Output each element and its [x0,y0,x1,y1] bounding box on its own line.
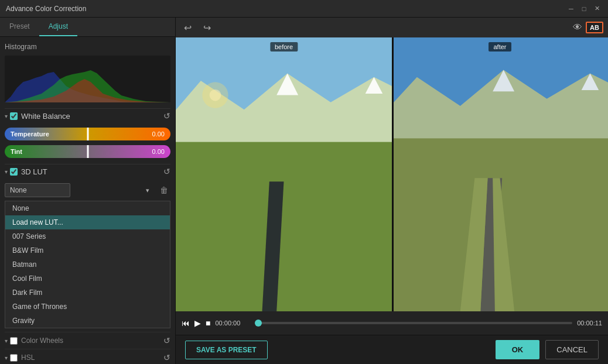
undo-button[interactable]: ↩ [180,21,195,35]
prev-frame-button[interactable]: ⏮ [182,318,190,328]
after-label: after [489,42,511,51]
lut-dropdown-row: None Load new LUT... 007 Series B&W Film… [5,183,170,197]
preview-toolbar: ↩ ↪ 👁 AB [176,18,608,37]
temperature-value: 0.00 [152,131,165,138]
progress-dot[interactable] [255,320,262,327]
wb-reset-button[interactable]: ↺ [163,111,170,121]
lut-delete-button[interactable]: 🗑 [158,184,170,196]
lut-option-gravity[interactable]: Gravity [5,314,170,328]
lut-select[interactable]: None Load new LUT... 007 Series B&W Film… [5,183,70,197]
temperature-thumb[interactable] [87,128,88,140]
histogram-svg [5,56,170,102]
video-right [392,37,608,311]
redo-icon: ↪ [203,23,211,33]
lut-option-got[interactable]: Game of Thrones [5,300,170,314]
lut-option-cool[interactable]: Cool Film [5,272,170,286]
toolbar-left: ↩ ↪ [180,21,214,35]
tab-preset[interactable]: Preset [0,18,39,36]
ab-button[interactable]: AB [586,22,603,33]
title-bar-left: Advance Color Correction [6,5,86,13]
histogram-title: Histogram [5,42,170,52]
minimize-button[interactable]: ─ [566,4,576,14]
lut-header: ▾ 3D LUT ↺ [5,164,170,178]
temperature-label: Temperature [11,131,49,138]
preview-area: before after [176,37,608,311]
maximize-icon: □ [582,5,586,12]
adj-row-2: ▾ HSL ↺ [5,349,170,364]
title-bar: Advance Color Correction ─ □ ✕ [0,0,608,18]
title-controls: ─ □ ✕ [566,4,602,14]
adj2-checkbox[interactable] [10,354,18,362]
action-buttons: OK CANCEL [496,340,599,359]
toolbar-right: 👁 AB [573,22,603,33]
tint-slider-track[interactable]: Tint 0.00 [5,145,170,158]
app-title: Advance Color Correction [6,5,86,13]
current-time: 00:00:00 [215,320,250,327]
lut-reset-icon: ↺ [163,167,170,176]
adj1-reset[interactable]: ↺ [163,336,170,345]
adj1-checkbox[interactable] [10,337,18,345]
wb-reset-icon: ↺ [163,111,170,121]
tab-adjust[interactable]: Adjust [39,18,77,36]
lut-option-007[interactable]: 007 Series [5,229,170,243]
lut-option-batman[interactable]: Batman [5,257,170,272]
svg-rect-4 [176,142,392,311]
adj1-label: Color Wheels [21,336,163,345]
tabs: Preset Adjust [0,18,175,37]
before-scene [176,37,392,311]
eye-icon: 👁 [573,22,582,32]
temperature-slider-track[interactable]: Temperature 0.00 [5,128,170,140]
video-frame: before after [176,37,608,311]
lut-reset-button[interactable]: ↺ [163,167,170,176]
adj2-reset[interactable]: ↺ [163,353,170,362]
white-balance-header: ▾ White Balance ↺ [5,108,170,123]
minimize-icon: ─ [569,5,573,12]
eye-button[interactable]: 👁 [573,22,582,33]
adj1-arrow[interactable]: ▾ [5,338,8,344]
cancel-button[interactable]: CANCEL [545,340,599,359]
right-panel: ↩ ↪ 👁 AB [176,18,608,364]
ab-icon: AB [590,24,599,31]
close-icon: ✕ [595,5,600,12]
stop-button[interactable]: ■ [206,318,210,328]
lut-option-load[interactable]: Load new LUT... [5,215,170,229]
tint-row: Tint 0.00 [5,145,170,158]
close-button[interactable]: ✕ [592,4,602,14]
tint-thumb[interactable] [87,145,88,158]
lut-arrow-icon[interactable]: ▾ [5,169,8,175]
adj-row-1: ▾ Color Wheels ↺ [5,332,170,349]
tint-label: Tint [11,148,22,155]
main-layout: Preset Adjust Histogram ▾ [0,18,608,364]
progress-bar[interactable] [255,322,572,324]
lut-checkbox[interactable] [10,168,18,176]
wb-arrow-icon[interactable]: ▾ [5,113,8,119]
undo-icon: ↩ [184,23,192,33]
save-preset-button[interactable]: SAVE AS PRESET [185,341,268,359]
maximize-button[interactable]: □ [579,4,589,14]
end-time: 00:00:11 [577,320,602,327]
video-left [176,37,392,311]
lut-option-dark[interactable]: Dark Film [5,286,170,300]
histogram-container [5,56,170,102]
action-bar: SAVE AS PRESET OK CANCEL [176,335,608,364]
lut-dropdown-menu: None Load new LUT... 007 Series B&W Film… [5,201,170,328]
split-line[interactable] [392,37,394,311]
ok-button[interactable]: OK [496,340,540,359]
adj2-label: HSL [21,353,163,362]
adj2-arrow[interactable]: ▾ [5,355,8,361]
playback-bar: ⏮ ▶ ■ 00:00:00 00:00:11 [176,311,608,335]
wb-checkbox[interactable] [10,112,18,120]
lut-label: 3D LUT [21,167,163,176]
lut-dropdown-wrapper: None Load new LUT... 007 Series B&W Film… [5,183,154,197]
before-label: before [270,42,298,51]
wb-label: White Balance [21,112,163,121]
tint-value: 0.00 [152,148,165,155]
lut-option-none[interactable]: None [5,201,170,215]
left-panel: Preset Adjust Histogram ▾ [0,18,176,364]
lut-option-bw[interactable]: B&W Film [5,243,170,257]
play-pause-button[interactable]: ▶ [194,318,201,328]
redo-button[interactable]: ↪ [200,21,214,35]
panel-content: Histogram ▾ White Balance ↺ [0,37,175,364]
temperature-row: Temperature 0.00 [5,128,170,140]
after-scene [392,37,608,311]
